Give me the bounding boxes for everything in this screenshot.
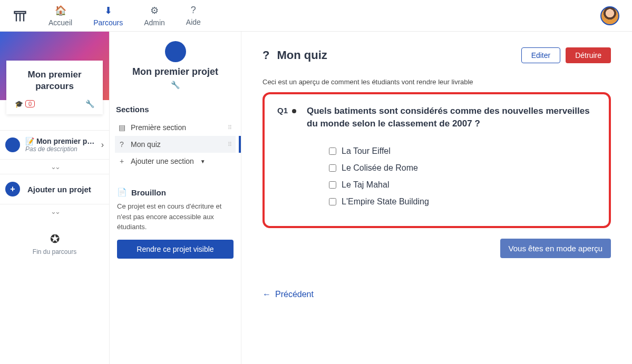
collapse-icon[interactable]: ⌄⌄ [0, 204, 109, 219]
laurel-icon: ✪ [0, 232, 109, 246]
option-checkbox[interactable] [329, 198, 336, 205]
cogs-icon: ⚙ [150, 5, 159, 16]
parcours-title: Mon premier parcours [12, 69, 98, 92]
section-item-quiz[interactable]: ? Mon quiz ⠿ [115, 136, 236, 153]
brouillon-title: Brouillon [131, 188, 166, 197]
brouillon-desc: Ce projet est en cours d'écriture et n'e… [117, 201, 234, 232]
option-label: Le Colisée de Rome [342, 163, 418, 173]
option-a[interactable]: La Tour Eiffel [307, 143, 596, 160]
option-b[interactable]: Le Colisée de Rome [307, 160, 596, 176]
parcours-card: Mon premier parcours 🎓 0 🔧 [6, 61, 103, 114]
home-icon: 🏠 [55, 5, 66, 16]
project-item[interactable]: 📝 Mon premier pro... Pas de description … [0, 130, 109, 160]
project-panel-title: Mon premier projet [115, 66, 236, 77]
option-checkbox[interactable] [329, 147, 336, 155]
end-of-path: ✪ Fin du parcours [0, 232, 109, 255]
nav-label: Accueil [48, 18, 72, 27]
nav-label: Admin [144, 18, 165, 27]
document-icon: ▤ [118, 123, 125, 132]
edit-icon: 📝 [25, 137, 34, 145]
quiz-preview-box: Q1 Quels batiments sont considérés comme… [262, 92, 611, 228]
page-title-text: Mon quiz [277, 48, 327, 62]
parcours-sidebar: Mon premier parcours 🎓 0 🔧 📝 Mon premier… [0, 32, 110, 364]
nav-label: Aide [186, 18, 201, 26]
nav-label: Parcours [93, 18, 123, 27]
option-checkbox[interactable] [329, 164, 336, 172]
preview-note: Ceci est un aperçu de comment les étudia… [262, 78, 611, 86]
section-item-premiere[interactable]: ▤ Première section ⠿ [115, 119, 236, 136]
add-project-button[interactable]: + Ajouter un projet [0, 174, 109, 204]
question-icon: ? [191, 5, 196, 16]
drag-handle-icon[interactable]: ⠿ [228, 141, 232, 148]
add-section-label: Ajouter une section [131, 157, 194, 165]
previous-link[interactable]: ← Précédent [262, 290, 314, 299]
project-avatar-icon [165, 41, 186, 62]
user-avatar[interactable] [600, 6, 619, 25]
wrench-icon[interactable]: 🔧 [85, 100, 94, 108]
section-label: Mon quiz [131, 140, 161, 149]
add-section-button[interactable]: + Ajouter une section ▼ [115, 153, 236, 170]
badge-count: 0 [25, 100, 35, 107]
section-label: Première section [131, 123, 186, 132]
project-desc: Pas de description [25, 145, 96, 153]
option-label: Le Taj Mahal [342, 180, 389, 190]
collapse-icon[interactable]: ⌄⌄ [0, 160, 109, 174]
option-checkbox[interactable] [329, 181, 336, 189]
destroy-button[interactable]: Détruire [566, 47, 611, 63]
logo-icon [13, 8, 27, 23]
top-nav: 🏠 Accueil ⬇ Parcours ⚙ Admin ? Aide [0, 0, 632, 32]
caret-down-icon: ▼ [200, 159, 206, 164]
draft-icon: 📄 [117, 188, 127, 197]
nav-accueil[interactable]: 🏠 Accueil [48, 5, 72, 27]
edit-button[interactable]: Editer [521, 47, 561, 63]
project-name-text: Mon premier pro... [36, 137, 96, 145]
arrow-left-icon: ← [262, 290, 271, 299]
previous-label: Précédent [275, 290, 314, 299]
nav-aide[interactable]: ? Aide [186, 5, 201, 27]
option-d[interactable]: L'Empire State Building [307, 193, 596, 210]
plus-icon: + [118, 157, 125, 165]
project-dot-icon [5, 137, 20, 152]
bullet-icon [292, 109, 296, 113]
drag-handle-icon[interactable]: ⠿ [228, 124, 232, 131]
nav-parcours[interactable]: ⬇ Parcours [93, 5, 123, 27]
wrench-icon[interactable]: 🔧 [115, 81, 236, 89]
add-project-label: Ajouter un projet [27, 185, 91, 194]
nav-admin[interactable]: ⚙ Admin [144, 5, 165, 27]
sections-heading: Sections [116, 105, 236, 114]
option-label: L'Empire State Building [342, 197, 429, 206]
question-icon: ? [262, 48, 269, 62]
question-icon: ? [118, 140, 125, 149]
plus-circle-icon: + [5, 182, 20, 196]
option-label: La Tour Eiffel [342, 146, 391, 156]
question-number: Q1 [277, 106, 288, 115]
preview-mode-badge: Vous êtes en mode aperçu [500, 239, 611, 258]
question-text: Quels batiments sont considérés comme de… [307, 105, 596, 130]
path-icon: ⬇ [104, 5, 112, 16]
chevron-right-icon: › [101, 140, 104, 150]
main-content: ? Mon quiz Editer Détruire Ceci est un a… [241, 32, 632, 364]
make-visible-button[interactable]: Rendre ce projet visible [117, 240, 234, 259]
option-c[interactable]: Le Taj Mahal [307, 176, 596, 193]
project-sidebar: Mon premier projet 🔧 Sections ▤ Première… [110, 32, 241, 364]
graduation-badge[interactable]: 🎓 0 [15, 100, 35, 108]
fin-label: Fin du parcours [0, 248, 109, 255]
graduation-icon: 🎓 [15, 100, 23, 108]
